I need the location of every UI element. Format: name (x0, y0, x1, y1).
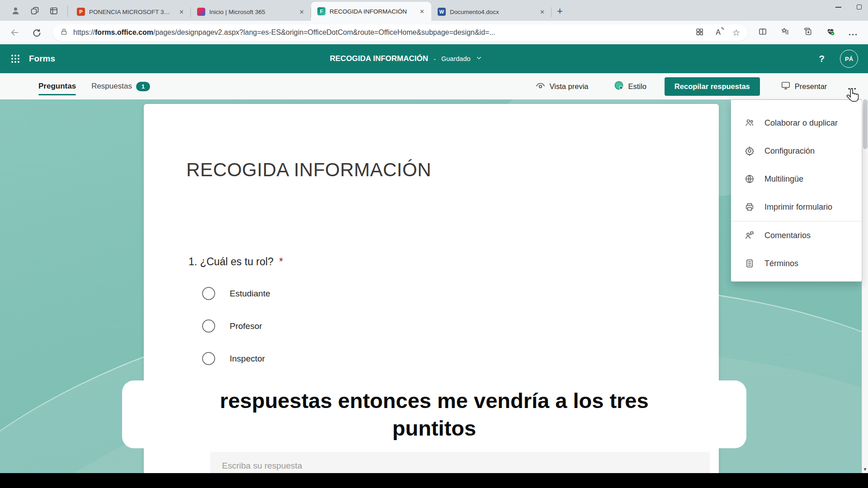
style-palette-icon (613, 80, 624, 93)
tab-respuestas[interactable]: Respuestas 1 (91, 73, 150, 99)
scroll-down-arrow-icon[interactable]: ▼ (862, 467, 868, 472)
close-tab-icon[interactable]: ✕ (538, 8, 547, 16)
gear-icon (745, 146, 755, 156)
people-icon (745, 118, 755, 128)
new-tab-button[interactable]: + (552, 5, 569, 21)
option-estudiante[interactable]: Estudiante (202, 287, 270, 300)
eye-icon (535, 80, 546, 93)
forms-icon: F (317, 7, 326, 15)
favorite-star-icon[interactable]: ☆ (732, 28, 740, 38)
option-inspector[interactable]: Inspector (202, 352, 265, 365)
menu-item-label: Comentarios (764, 231, 811, 240)
chevron-down-icon[interactable] (476, 55, 482, 63)
header-form-title: RECOGIDA INFORMACIÓN (330, 54, 428, 63)
option-label: Profesor (230, 321, 262, 331)
menu-item-multilingue[interactable]: Multilingüe (731, 165, 862, 193)
browser-tab-strip: P PONENCIA MICROSOFT 365 1 - ✕ Inicio | … (0, 0, 868, 21)
lock-icon (60, 28, 68, 38)
header-dash: - (434, 55, 436, 63)
menu-item-comentarios[interactable]: Comentarios (731, 221, 862, 249)
browser-essentials-icon[interactable] (826, 27, 835, 38)
help-button[interactable]: ? (819, 53, 825, 64)
menu-item-configuracion[interactable]: Configuración (731, 137, 862, 165)
microsoft-365-icon (197, 8, 205, 16)
question-text: ¿Cuál es tu rol? (200, 256, 274, 267)
screen: P PONENCIA MICROSOFT 365 1 - ✕ Inicio | … (0, 0, 868, 488)
radio-button[interactable] (202, 352, 215, 365)
printer-icon (745, 202, 755, 212)
present-label: Presentar (795, 82, 827, 91)
globe-icon (745, 174, 755, 184)
form-title[interactable]: RECOGIDA INFORMACIÓN (186, 159, 431, 181)
radio-button[interactable] (202, 287, 215, 300)
browser-tab-powerpoint[interactable]: P PONENCIA MICROSOFT 365 1 - ✕ (71, 3, 191, 21)
browser-tab-forms-active[interactable]: F RECOGIDA INFORMACIÓN ✕ (311, 2, 431, 21)
menu-item-label: Términos (764, 259, 798, 268)
grid-apps-icon[interactable] (695, 28, 704, 38)
forms-app-header: Forms RECOGIDA INFORMACIÓN - Guardado ? … (0, 44, 868, 73)
option-label: Estudiante (230, 289, 270, 299)
form-title-header[interactable]: RECOGIDA INFORMACIÓN - Guardado (330, 54, 482, 63)
subtitle-line: puntitos (392, 414, 476, 442)
workspaces-icon[interactable] (30, 6, 39, 15)
preview-button[interactable]: Vista previa (535, 80, 589, 93)
presentation-screen-icon (781, 80, 791, 92)
browser-tab-word[interactable]: W Documento4.docx ✕ (431, 3, 552, 21)
close-tab-icon[interactable]: ✕ (177, 8, 186, 16)
forms-toolbar: Preguntas Respuestas 1 Vista previa Esti… (0, 73, 868, 99)
scrollbar-thumb[interactable] (863, 99, 868, 149)
minimize-icon[interactable] (835, 7, 841, 8)
browser-profile-icon[interactable] (11, 6, 20, 15)
split-screen-icon[interactable] (758, 27, 767, 38)
avatar[interactable]: PÁ (840, 50, 858, 68)
favorites-list-icon[interactable] (781, 27, 790, 38)
app-launcher-waffle-icon[interactable] (10, 53, 21, 64)
page-scrollbar[interactable]: ▼ (862, 99, 868, 473)
present-button[interactable]: Presentar (781, 80, 827, 92)
option-label: Inspector (230, 354, 265, 364)
refresh-icon[interactable] (32, 28, 41, 38)
style-button[interactable]: Estilo (613, 80, 646, 93)
collect-responses-button[interactable]: Recopilar respuestas (665, 77, 760, 96)
close-tab-icon[interactable]: ✕ (297, 8, 307, 16)
close-tab-icon[interactable]: ✕ (417, 7, 427, 16)
menu-item-terminos[interactable]: Términos (731, 249, 862, 277)
menu-item-label: Configuración (764, 146, 815, 156)
question-number: 1. (189, 256, 197, 267)
tab-title: PONENCIA MICROSOFT 365 1 - (89, 9, 173, 15)
option-profesor[interactable]: Profesor (202, 319, 262, 333)
powerpoint-icon: P (77, 8, 85, 16)
letter-a-pen-icon[interactable]: A (716, 28, 721, 37)
required-marker: * (279, 256, 283, 267)
restore-window-icon[interactable] (857, 5, 862, 9)
menu-item-imprimir[interactable]: Imprimir formulario (731, 193, 862, 221)
browser-tab-m365-home[interactable]: Inicio | Microsoft 365 ✕ (191, 3, 311, 21)
menu-item-label: Imprimir formulario (764, 202, 832, 212)
preview-label: Vista previa (550, 82, 589, 91)
subtitle-line: respuestas entonces me vendría a los tre… (220, 387, 648, 414)
video-subtitle-overlay: respuestas entonces me vendría a los tre… (122, 380, 746, 448)
responses-count-badge: 1 (136, 82, 150, 91)
url-input[interactable]: https://forms.office.com/pages/designpag… (53, 24, 747, 41)
radio-button[interactable] (202, 319, 215, 333)
letterbox-bar (0, 473, 868, 488)
browser-address-bar: https://forms.office.com/pages/designpag… (0, 21, 868, 44)
tab-title: RECOGIDA INFORMACIÓN (330, 8, 413, 15)
menu-item-colaborar[interactable]: Colaborar o duplicar (731, 109, 862, 137)
divider (67, 5, 68, 17)
collections-icon[interactable] (803, 27, 812, 38)
comment-person-icon (745, 230, 755, 240)
tab-preguntas[interactable]: Preguntas (38, 73, 76, 99)
back-icon[interactable] (10, 28, 20, 38)
tab-title: Inicio | Microsoft 365 (209, 9, 293, 15)
browser-more-icon[interactable]: ... (849, 30, 858, 35)
hand-cursor-icon (844, 88, 861, 107)
document-icon (745, 258, 755, 268)
menu-item-label: Colaborar o duplicar (764, 118, 838, 128)
answer-text-input[interactable] (210, 452, 710, 473)
forms-product-name[interactable]: Forms (29, 54, 55, 64)
question-title[interactable]: 1. ¿Cuál es tu rol? * (189, 256, 283, 268)
more-options-menu: Colaborar o duplicar Configuración Multi… (731, 100, 862, 282)
tab-preguntas-label: Preguntas (38, 82, 76, 91)
tab-actions-icon[interactable] (49, 6, 58, 15)
